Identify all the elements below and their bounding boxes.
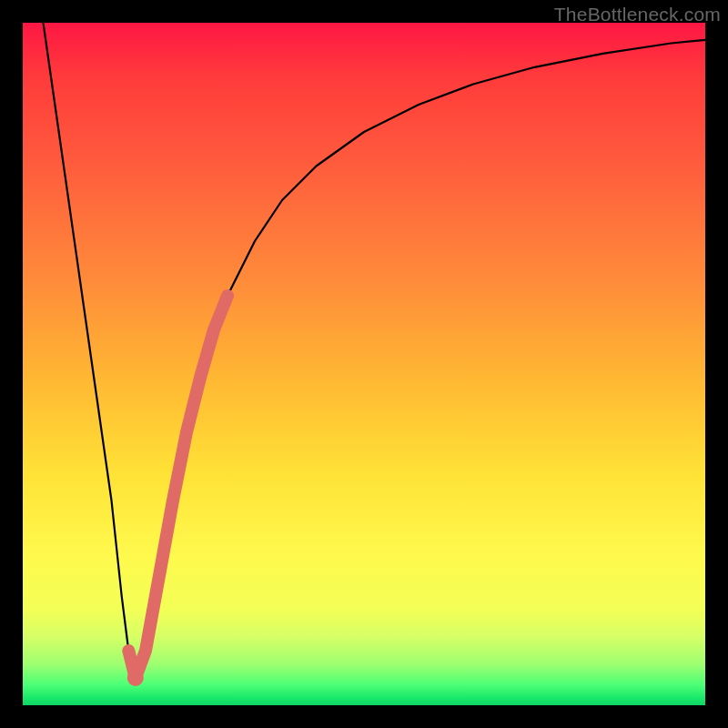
bottleneck-curve-path [44, 23, 706, 678]
watermark-text: TheBottleneck.com [554, 4, 721, 25]
curve-layer [23, 23, 705, 705]
chart-frame: TheBottleneck.com [0, 0, 728, 728]
minimum-marker [127, 670, 144, 686]
highlight-curve-path [128, 296, 228, 678]
highlight-segment [127, 296, 228, 686]
main-curve [44, 23, 706, 678]
plot-area [23, 23, 705, 705]
